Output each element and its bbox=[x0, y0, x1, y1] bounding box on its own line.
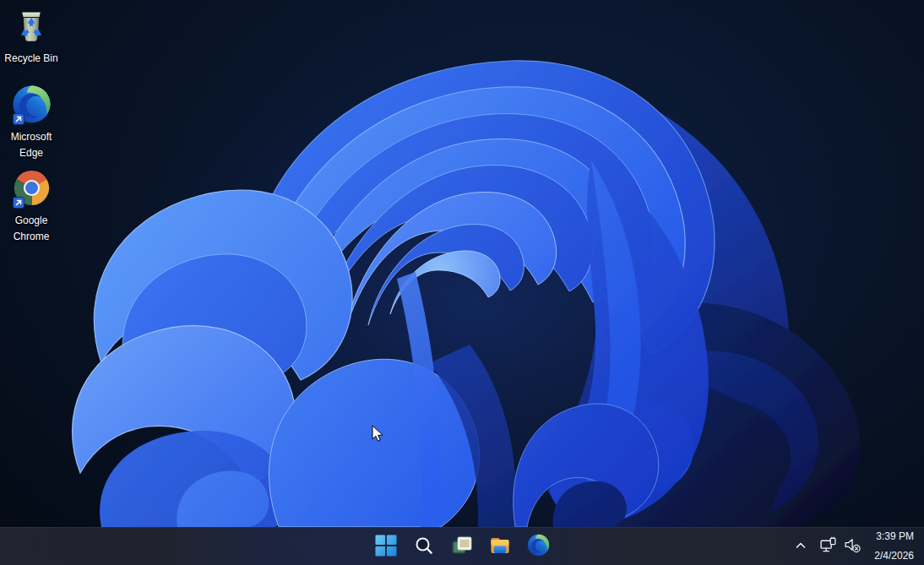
file-explorer-button[interactable] bbox=[483, 530, 517, 563]
network-ethernet-icon bbox=[819, 536, 837, 557]
search-icon bbox=[414, 535, 434, 558]
clock[interactable]: 3:39 PM 2/4/2026 bbox=[869, 531, 919, 562]
file-explorer-icon bbox=[489, 535, 511, 559]
desktop-icon-label: Google Chrome bbox=[14, 213, 50, 245]
system-tray: 3:39 PM 2/4/2026 bbox=[790, 528, 919, 565]
recycle-bin-icon bbox=[12, 5, 51, 46]
edge-logo-icon bbox=[527, 534, 550, 559]
taskbar: 3:39 PM 2/4/2026 bbox=[0, 527, 924, 565]
clock-time: 3:39 PM bbox=[876, 530, 914, 543]
volume-muted-icon bbox=[844, 536, 861, 557]
clock-date: 2/4/2026 bbox=[874, 550, 914, 562]
windows-start-icon bbox=[375, 535, 397, 559]
desktop-icon-label: Microsoft Edge bbox=[11, 129, 52, 161]
search-button[interactable] bbox=[407, 530, 441, 563]
chrome-logo-icon bbox=[12, 167, 52, 208]
shortcut-arrow-icon bbox=[13, 113, 24, 125]
chevron-up-icon bbox=[794, 539, 807, 555]
taskbar-center-buttons bbox=[369, 528, 555, 565]
edge-button[interactable] bbox=[521, 530, 555, 563]
task-view-icon bbox=[451, 535, 473, 559]
quick-settings-button[interactable] bbox=[815, 531, 866, 562]
bloom-illustration bbox=[0, 0, 924, 565]
task-view-button[interactable] bbox=[445, 530, 479, 563]
start-button[interactable] bbox=[369, 530, 403, 563]
desktop-icon-recycle-bin[interactable]: Recycle Bin bbox=[0, 5, 63, 67]
edge-logo-icon bbox=[12, 84, 52, 124]
show-hidden-icons-button[interactable] bbox=[790, 531, 812, 562]
desktop-icon-label: Recycle Bin bbox=[4, 51, 57, 67]
desktop-icon-google-chrome[interactable]: Google Chrome bbox=[0, 167, 63, 245]
shortcut-arrow-icon bbox=[13, 197, 24, 209]
wallpaper-bloom bbox=[0, 0, 924, 565]
desktop-icon-microsoft-edge[interactable]: Microsoft Edge bbox=[0, 84, 63, 161]
